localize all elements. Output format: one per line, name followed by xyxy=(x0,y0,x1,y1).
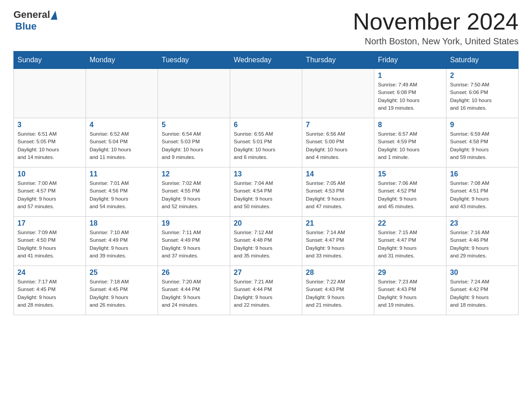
calendar-cell: 11Sunrise: 7:01 AMSunset: 4:56 PMDayligh… xyxy=(86,167,158,217)
day-number: 12 xyxy=(162,170,226,178)
weekday-header-thursday: Thursday xyxy=(302,51,374,69)
logo-general-text: General xyxy=(13,9,50,21)
calendar-cell: 12Sunrise: 7:02 AMSunset: 4:55 PMDayligh… xyxy=(158,167,230,217)
day-number: 6 xyxy=(234,121,298,129)
day-number: 8 xyxy=(378,121,442,129)
logo: General Blue xyxy=(13,9,57,32)
day-info: Sunrise: 7:06 AMSunset: 4:52 PMDaylight:… xyxy=(378,180,442,210)
calendar-cell xyxy=(302,69,374,118)
day-info: Sunrise: 7:11 AMSunset: 4:49 PMDaylight:… xyxy=(162,229,226,260)
day-info: Sunrise: 7:50 AMSunset: 6:06 PMDaylight:… xyxy=(450,81,515,112)
day-info: Sunrise: 7:17 AMSunset: 4:45 PMDaylight:… xyxy=(17,278,82,309)
weekday-header-tuesday: Tuesday xyxy=(158,51,230,69)
day-info: Sunrise: 7:49 AMSunset: 6:08 PMDaylight:… xyxy=(378,81,442,112)
day-info: Sunrise: 7:05 AMSunset: 4:53 PMDaylight:… xyxy=(306,180,370,210)
calendar-cell: 10Sunrise: 7:00 AMSunset: 4:57 PMDayligh… xyxy=(14,167,86,217)
logo-blue-text: Blue xyxy=(15,21,37,32)
day-number: 22 xyxy=(378,219,442,227)
calendar-cell: 1Sunrise: 7:49 AMSunset: 6:08 PMDaylight… xyxy=(374,69,446,118)
day-info: Sunrise: 7:14 AMSunset: 4:47 PMDaylight:… xyxy=(306,229,370,260)
day-number: 7 xyxy=(306,121,370,129)
day-number: 9 xyxy=(450,121,515,129)
day-number: 20 xyxy=(234,219,298,227)
weekday-header-sunday: Sunday xyxy=(14,51,86,69)
day-number: 15 xyxy=(378,170,442,178)
day-number: 3 xyxy=(17,121,82,129)
day-info: Sunrise: 6:57 AMSunset: 4:59 PMDaylight:… xyxy=(378,130,442,161)
day-info: Sunrise: 6:56 AMSunset: 5:00 PMDaylight:… xyxy=(306,130,370,161)
day-number: 21 xyxy=(306,219,370,227)
calendar-cell: 21Sunrise: 7:14 AMSunset: 4:47 PMDayligh… xyxy=(302,217,374,266)
calendar-cell: 3Sunrise: 6:51 AMSunset: 5:05 PMDaylight… xyxy=(14,118,86,167)
day-info: Sunrise: 7:02 AMSunset: 4:55 PMDaylight:… xyxy=(162,180,226,210)
calendar-cell: 25Sunrise: 7:18 AMSunset: 4:45 PMDayligh… xyxy=(86,266,158,315)
day-number: 4 xyxy=(90,121,154,129)
calendar-cell: 2Sunrise: 7:50 AMSunset: 6:06 PMDaylight… xyxy=(446,69,519,118)
title-section: November 2024 North Boston, New York, Un… xyxy=(353,9,519,47)
calendar-cell xyxy=(230,69,302,118)
day-number: 26 xyxy=(162,269,226,277)
day-number: 29 xyxy=(378,269,442,277)
day-info: Sunrise: 7:24 AMSunset: 4:42 PMDaylight:… xyxy=(450,278,515,309)
day-number: 23 xyxy=(450,219,515,227)
calendar-cell: 6Sunrise: 6:55 AMSunset: 5:01 PMDaylight… xyxy=(230,118,302,167)
day-info: Sunrise: 7:23 AMSunset: 4:43 PMDaylight:… xyxy=(378,278,442,309)
day-number: 1 xyxy=(378,72,442,80)
weekday-header-monday: Monday xyxy=(86,51,158,69)
calendar-cell: 18Sunrise: 7:10 AMSunset: 4:49 PMDayligh… xyxy=(86,217,158,266)
calendar-cell: 23Sunrise: 7:16 AMSunset: 4:46 PMDayligh… xyxy=(446,217,519,266)
day-number: 14 xyxy=(306,170,370,178)
calendar-table: SundayMondayTuesdayWednesdayThursdayFrid… xyxy=(13,51,519,315)
day-info: Sunrise: 6:55 AMSunset: 5:01 PMDaylight:… xyxy=(234,130,298,161)
day-number: 5 xyxy=(162,121,226,129)
calendar-cell: 27Sunrise: 7:21 AMSunset: 4:44 PMDayligh… xyxy=(230,266,302,315)
calendar-cell: 4Sunrise: 6:52 AMSunset: 5:04 PMDaylight… xyxy=(86,118,158,167)
calendar-cell: 14Sunrise: 7:05 AMSunset: 4:53 PMDayligh… xyxy=(302,167,374,217)
day-info: Sunrise: 6:52 AMSunset: 5:04 PMDaylight:… xyxy=(90,130,154,161)
calendar-cell: 19Sunrise: 7:11 AMSunset: 4:49 PMDayligh… xyxy=(158,217,230,266)
day-number: 18 xyxy=(90,219,154,227)
weekday-header-friday: Friday xyxy=(374,51,446,69)
day-info: Sunrise: 6:54 AMSunset: 5:03 PMDaylight:… xyxy=(162,130,226,161)
day-info: Sunrise: 7:01 AMSunset: 4:56 PMDaylight:… xyxy=(90,180,154,210)
logo-triangle-icon xyxy=(51,11,57,20)
day-number: 13 xyxy=(234,170,298,178)
day-number: 25 xyxy=(90,269,154,277)
week-row-5: 24Sunrise: 7:17 AMSunset: 4:45 PMDayligh… xyxy=(14,266,519,315)
day-number: 27 xyxy=(234,269,298,277)
calendar-cell xyxy=(86,69,158,118)
day-info: Sunrise: 7:09 AMSunset: 4:50 PMDaylight:… xyxy=(17,229,82,260)
calendar-cell: 17Sunrise: 7:09 AMSunset: 4:50 PMDayligh… xyxy=(14,217,86,266)
calendar-cell: 5Sunrise: 6:54 AMSunset: 5:03 PMDaylight… xyxy=(158,118,230,167)
day-info: Sunrise: 7:22 AMSunset: 4:43 PMDaylight:… xyxy=(306,278,370,309)
day-number: 28 xyxy=(306,269,370,277)
calendar-cell: 28Sunrise: 7:22 AMSunset: 4:43 PMDayligh… xyxy=(302,266,374,315)
day-info: Sunrise: 7:04 AMSunset: 4:54 PMDaylight:… xyxy=(234,180,298,210)
day-info: Sunrise: 7:15 AMSunset: 4:47 PMDaylight:… xyxy=(378,229,442,260)
day-number: 30 xyxy=(450,269,515,277)
calendar-cell xyxy=(14,69,86,118)
weekday-header-wednesday: Wednesday xyxy=(230,51,302,69)
day-info: Sunrise: 7:21 AMSunset: 4:44 PMDaylight:… xyxy=(234,278,298,309)
calendar-cell: 24Sunrise: 7:17 AMSunset: 4:45 PMDayligh… xyxy=(14,266,86,315)
day-number: 11 xyxy=(90,170,154,178)
calendar-cell: 22Sunrise: 7:15 AMSunset: 4:47 PMDayligh… xyxy=(374,217,446,266)
day-number: 17 xyxy=(17,219,82,227)
day-info: Sunrise: 7:16 AMSunset: 4:46 PMDaylight:… xyxy=(450,229,515,260)
day-info: Sunrise: 6:59 AMSunset: 4:58 PMDaylight:… xyxy=(450,130,515,161)
calendar-cell: 26Sunrise: 7:20 AMSunset: 4:44 PMDayligh… xyxy=(158,266,230,315)
calendar-cell: 13Sunrise: 7:04 AMSunset: 4:54 PMDayligh… xyxy=(230,167,302,217)
day-info: Sunrise: 7:08 AMSunset: 4:51 PMDaylight:… xyxy=(450,180,515,210)
day-number: 2 xyxy=(450,72,515,80)
calendar-cell: 8Sunrise: 6:57 AMSunset: 4:59 PMDaylight… xyxy=(374,118,446,167)
day-info: Sunrise: 7:00 AMSunset: 4:57 PMDaylight:… xyxy=(17,180,82,210)
page-header: General Blue November 2024 North Boston,… xyxy=(13,9,519,47)
day-info: Sunrise: 7:12 AMSunset: 4:48 PMDaylight:… xyxy=(234,229,298,260)
week-row-4: 17Sunrise: 7:09 AMSunset: 4:50 PMDayligh… xyxy=(14,217,519,266)
calendar-cell: 7Sunrise: 6:56 AMSunset: 5:00 PMDaylight… xyxy=(302,118,374,167)
day-info: Sunrise: 7:10 AMSunset: 4:49 PMDaylight:… xyxy=(90,229,154,260)
calendar-cell: 30Sunrise: 7:24 AMSunset: 4:42 PMDayligh… xyxy=(446,266,519,315)
calendar-cell: 16Sunrise: 7:08 AMSunset: 4:51 PMDayligh… xyxy=(446,167,519,217)
day-info: Sunrise: 7:20 AMSunset: 4:44 PMDaylight:… xyxy=(162,278,226,309)
weekday-header-saturday: Saturday xyxy=(446,51,519,69)
